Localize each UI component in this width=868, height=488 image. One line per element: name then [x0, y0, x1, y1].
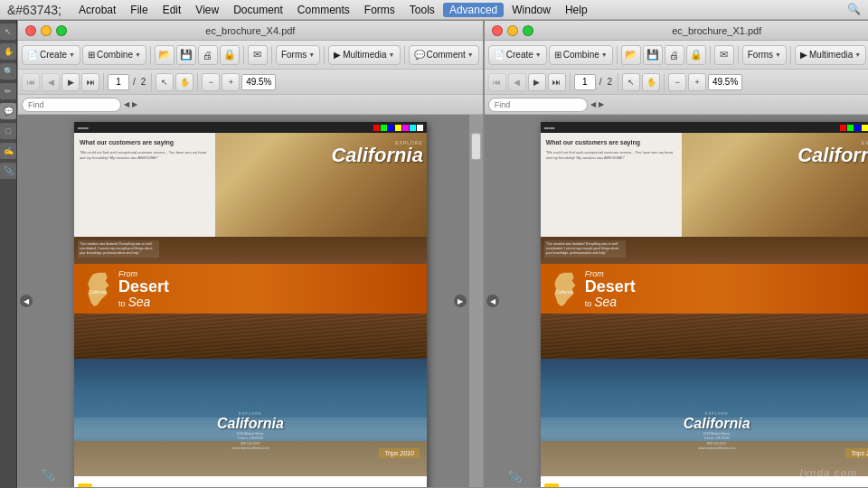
- tool-zoom[interactable]: 🔍: [0, 63, 16, 80]
- right-combine-btn[interactable]: ⊞ Combine ▼: [549, 45, 613, 65]
- right-multimedia-arrow-icon: ▼: [854, 52, 861, 58]
- left-canvas-next-btn[interactable]: ▶: [454, 295, 467, 307]
- left-canvas-prev-btn[interactable]: ◀: [20, 295, 33, 307]
- left-first-page-btn[interactable]: ⏮: [22, 73, 40, 91]
- left-next-page-btn[interactable]: ▶: [61, 73, 80, 91]
- left-close-btn[interactable]: [25, 25, 36, 36]
- left-orange-strip: California From Desert to Sea: [74, 264, 427, 314]
- menu-edit[interactable]: Edit: [156, 3, 188, 17]
- right-sea-text: Sea: [594, 295, 617, 309]
- tb-sep-5: [404, 46, 405, 64]
- tool-select[interactable]: ↖: [0, 23, 16, 40]
- left-what-customers: What our customers are saying: [80, 138, 210, 146]
- tool-edit[interactable]: ✏: [0, 83, 16, 99]
- menu-window[interactable]: Window: [505, 3, 557, 17]
- left-zoom-out-btn[interactable]: −: [202, 73, 220, 91]
- left-minimize-btn[interactable]: [41, 25, 52, 36]
- right-multimedia-btn[interactable]: ▶ Multimedia ▼: [795, 45, 866, 65]
- left-open-btn[interactable]: 📂: [155, 45, 175, 65]
- tool-sign[interactable]: ✍: [0, 143, 16, 159]
- left-page-total: 2: [139, 77, 148, 87]
- left-email-btn[interactable]: ✉: [248, 45, 268, 65]
- left-find-input[interactable]: [22, 98, 121, 112]
- tool-hand[interactable]: ✋: [0, 43, 16, 60]
- left-find-next-icon[interactable]: ▶: [132, 100, 137, 108]
- right-first-page-btn[interactable]: ⏮: [488, 73, 506, 91]
- right-close-btn[interactable]: [492, 25, 503, 36]
- right-find-bar: ◀ ▶: [485, 95, 868, 115]
- left-california-state-icon: California: [81, 271, 113, 307]
- menu-comments[interactable]: Comments: [291, 3, 356, 17]
- comment-arrow-icon: ▼: [467, 52, 474, 58]
- right-forms-btn[interactable]: Forms ▼: [742, 45, 787, 65]
- right-desert-text: Desert: [585, 278, 636, 295]
- right-email-btn[interactable]: ✉: [714, 45, 734, 65]
- right-last-page-btn[interactable]: ⏭: [548, 73, 566, 91]
- right-comment-icon-bottom[interactable]: 💬: [544, 483, 559, 487]
- right-canvas-prev-btn[interactable]: ◀: [486, 295, 499, 307]
- left-comment-icon-bottom[interactable]: 💬: [78, 483, 92, 487]
- right-pdf-canvas[interactable]: ◀ ■■■■■: [485, 115, 868, 487]
- left-scrollbar[interactable]: [469, 115, 483, 487]
- right-color-dot-yellow: [862, 125, 868, 131]
- left-combine-btn[interactable]: ⊞ Combine ▼: [82, 45, 146, 65]
- left-page-input[interactable]: [108, 74, 129, 90]
- left-maximize-btn[interactable]: [56, 25, 67, 36]
- menu-forms[interactable]: Forms: [358, 3, 401, 17]
- left-save-btn[interactable]: 💾: [176, 45, 196, 65]
- right-minimize-btn[interactable]: [507, 25, 518, 36]
- right-pdf-attach-icon[interactable]: 📎: [508, 471, 522, 483]
- menu-document[interactable]: Document: [227, 3, 289, 17]
- menu-help[interactable]: Help: [559, 3, 594, 17]
- left-last-page-btn[interactable]: ⏭: [81, 73, 99, 91]
- menu-tools[interactable]: Tools: [403, 3, 441, 17]
- left-print-btn[interactable]: 🖨: [198, 45, 218, 65]
- left-window-controls: [25, 25, 67, 36]
- left-multimedia-btn[interactable]: ▶ Multimedia ▼: [328, 45, 400, 65]
- left-lock-btn[interactable]: 🔒: [220, 45, 240, 65]
- right-lock-btn[interactable]: 🔒: [686, 45, 706, 65]
- right-zoom-in-btn[interactable]: +: [688, 73, 706, 91]
- menu-acrobat[interactable]: Acrobat: [72, 3, 122, 17]
- tool-comment[interactable]: 💬: [0, 103, 16, 119]
- apple-menu[interactable]: &#63743;: [7, 3, 61, 17]
- left-zoom-input[interactable]: [241, 74, 276, 90]
- right-next-page-btn[interactable]: ▶: [528, 73, 546, 91]
- left-pdf-top-section: What our customers are saying "We could …: [74, 133, 427, 237]
- right-select-tool-btn[interactable]: ↖: [622, 73, 640, 91]
- left-hand-tool-btn[interactable]: ✋: [175, 73, 193, 91]
- right-find-next-icon[interactable]: ▶: [599, 100, 604, 108]
- right-create-btn[interactable]: 📄 Create ▼: [488, 45, 547, 65]
- right-prev-page-btn[interactable]: ◀: [508, 73, 526, 91]
- left-pdf-canvas[interactable]: ◀ ■■■■■: [18, 115, 483, 487]
- left-zoom-in-btn[interactable]: +: [222, 73, 240, 91]
- left-scroll-thumb[interactable]: [471, 133, 481, 160]
- color-dot-red: [373, 125, 380, 131]
- right-save-btn[interactable]: 💾: [643, 45, 663, 65]
- left-pdf-attach-icon[interactable]: 📎: [42, 469, 52, 483]
- right-open-btn[interactable]: 📂: [621, 45, 641, 65]
- right-hand-tool-btn[interactable]: ✋: [642, 73, 660, 91]
- right-print-btn[interactable]: 🖨: [665, 45, 684, 65]
- left-forms-btn[interactable]: Forms ▼: [276, 45, 320, 65]
- menu-view[interactable]: View: [189, 3, 225, 17]
- right-maximize-btn[interactable]: [523, 25, 533, 36]
- right-find-prev-icon[interactable]: ◀: [590, 100, 596, 108]
- left-comment-btn[interactable]: 💬 Comment ▼: [409, 45, 479, 65]
- left-pdf-window: ec_brochure_X4.pdf 📄 Create ▼ ⊞ Combine …: [17, 20, 484, 488]
- menu-advanced[interactable]: Advanced: [443, 3, 504, 17]
- left-prev-page-btn[interactable]: ◀: [42, 73, 60, 91]
- left-select-tool-btn[interactable]: ↖: [156, 73, 174, 91]
- menu-file[interactable]: File: [124, 3, 154, 17]
- left-california-heading: California: [331, 145, 422, 165]
- right-find-input[interactable]: [488, 98, 588, 112]
- left-find-prev-icon[interactable]: ◀: [124, 100, 129, 108]
- svg-text:California: California: [556, 289, 573, 294]
- right-zoom-out-btn[interactable]: −: [668, 73, 686, 91]
- tool-stamp[interactable]: □: [0, 123, 16, 139]
- tool-attach[interactable]: 📎: [0, 163, 16, 179]
- right-page-input[interactable]: [574, 74, 596, 90]
- nav-sep-1: [103, 73, 104, 91]
- right-zoom-input[interactable]: [708, 74, 742, 90]
- left-create-btn[interactable]: 📄 Create ▼: [22, 45, 80, 65]
